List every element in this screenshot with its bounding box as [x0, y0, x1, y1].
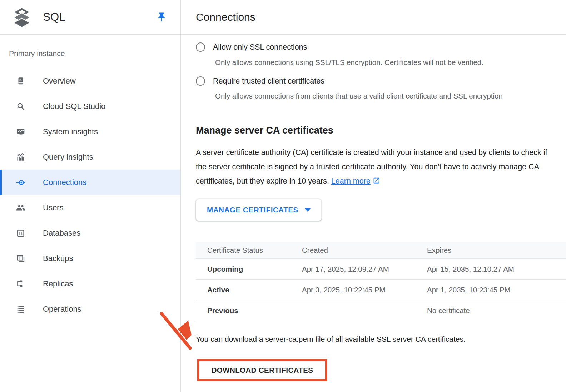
- sidebar-item-label: Databases: [43, 228, 80, 238]
- sidebar-item-users[interactable]: Users: [0, 195, 180, 220]
- cell-expires: No certificate: [427, 306, 566, 315]
- ssl-option-description: Only allows connections from clients tha…: [215, 92, 503, 100]
- ssl-option-description: Only allows connections using SSL/TLS en…: [215, 58, 483, 67]
- column-header-created: Created: [302, 246, 427, 255]
- download-certificates-button[interactable]: DOWNLOAD CERTIFICATES: [199, 361, 325, 379]
- sidebar-item-connections[interactable]: Connections: [0, 170, 180, 195]
- sidebar-item-label: Connections: [43, 178, 86, 187]
- table-row: Previous No certificate: [196, 300, 566, 321]
- cell-status: Active: [196, 286, 302, 294]
- section-heading: Manage server CA certificates: [196, 125, 333, 136]
- sidebar-item-label: Backups: [43, 254, 73, 263]
- sidebar-section-label: Primary instance: [9, 49, 180, 59]
- sidebar-item-label: Overview: [43, 76, 76, 86]
- manage-certificates-label: MANAGE CERTIFICATES: [207, 206, 298, 214]
- sidebar-item-replicas[interactable]: Replicas: [0, 271, 180, 296]
- sidebar-item-label: System insights: [43, 127, 98, 136]
- ssl-option-allow-only-ssl: Allow only SSL connections: [196, 42, 307, 52]
- download-note: You can download a server-ca.pem file of…: [196, 335, 466, 343]
- chevron-down-icon: [305, 208, 311, 212]
- cloud-sql-connections-page: SQL Primary instance Overview: [0, 0, 566, 392]
- table-row: Upcoming Apr 17, 2025, 12:09:27 AM Apr 1…: [196, 259, 566, 280]
- sidebar-item-system-insights[interactable]: System insights: [0, 119, 180, 144]
- query-insights-icon: [16, 152, 25, 162]
- column-header-expires: Expires: [427, 246, 566, 255]
- cell-status: Previous: [196, 306, 302, 315]
- learn-more-label: Learn more: [331, 177, 371, 185]
- certificates-table: Certificate Status Created Expires Upcom…: [196, 242, 566, 321]
- learn-more-link[interactable]: Learn more: [331, 177, 380, 185]
- cell-status: Upcoming: [196, 265, 302, 273]
- main-header: Connections: [181, 0, 566, 35]
- main-content: Connections Allow only SSL connections O…: [181, 0, 566, 392]
- radio-button[interactable]: [196, 76, 205, 86]
- sidebar-header: SQL: [0, 0, 180, 35]
- search-icon: [16, 102, 25, 111]
- users-icon: [16, 203, 25, 212]
- sidebar-item-label: Replicas: [43, 279, 73, 288]
- operations-icon: [16, 305, 25, 314]
- column-header-certificate-status: Certificate Status: [196, 246, 302, 255]
- app-title: SQL: [43, 11, 65, 24]
- sidebar-item-cloud-sql-studio[interactable]: Cloud SQL Studio: [0, 94, 180, 119]
- radio-button[interactable]: [196, 42, 205, 52]
- connections-icon: [16, 178, 25, 187]
- sidebar-item-operations[interactable]: Operations: [0, 296, 180, 322]
- annotation-highlight-box: DOWNLOAD CERTIFICATES: [197, 359, 327, 381]
- page-title: Connections: [181, 0, 566, 34]
- radio-label: Allow only SSL connections: [213, 43, 307, 52]
- sidebar-item-backups[interactable]: Backups: [0, 246, 180, 271]
- sidebar-item-query-insights[interactable]: Query insights: [0, 144, 180, 170]
- sidebar-nav: Overview Cloud SQL Studio: [0, 68, 180, 322]
- table-header-row: Certificate Status Created Expires: [196, 242, 566, 259]
- overview-icon: [16, 76, 25, 86]
- cell-expires: Apr 15, 2035, 12:10:27 AM: [427, 265, 566, 273]
- sidebar-item-databases[interactable]: Databases: [0, 220, 180, 246]
- sidebar-item-label: Cloud SQL Studio: [43, 102, 105, 111]
- cell-created: Apr 17, 2025, 12:09:27 AM: [302, 265, 427, 273]
- sidebar-item-overview[interactable]: Overview: [0, 68, 180, 94]
- sidebar: SQL Primary instance Overview: [0, 0, 181, 392]
- ca-description: A server certificate authority (CA) cert…: [196, 145, 552, 189]
- cloud-sql-logo-icon: [13, 7, 31, 28]
- system-insights-icon: [16, 127, 25, 136]
- open-in-new-icon: [373, 175, 380, 189]
- cell-expires: Apr 1, 2035, 10:23:45 PM: [427, 286, 566, 294]
- replicas-icon: [16, 279, 25, 288]
- sidebar-item-label: Operations: [43, 305, 81, 314]
- cell-created: Apr 3, 2025, 10:22:45 PM: [302, 286, 427, 294]
- pin-icon[interactable]: [156, 12, 167, 22]
- radio-label: Require trusted client certificates: [213, 77, 324, 86]
- sidebar-item-label: Query insights: [43, 152, 93, 162]
- sidebar-item-label: Users: [43, 203, 63, 212]
- table-row: Active Apr 3, 2025, 10:22:45 PM Apr 1, 2…: [196, 280, 566, 300]
- backups-icon: [16, 254, 25, 263]
- ssl-option-require-trusted-certs: Require trusted client certificates: [196, 76, 324, 86]
- databases-icon: [16, 228, 25, 238]
- manage-certificates-button[interactable]: MANAGE CERTIFICATES: [196, 199, 322, 221]
